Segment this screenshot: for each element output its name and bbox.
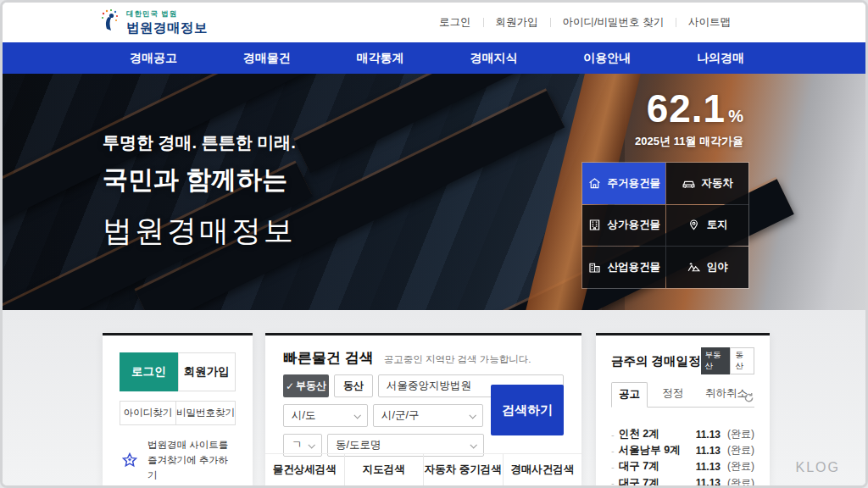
category-land[interactable]: 토지	[666, 205, 749, 247]
schedule-real-estate-toggle[interactable]: 부동산	[701, 347, 731, 374]
status-badge: (완료)	[727, 427, 754, 441]
house-icon	[587, 176, 602, 191]
search-button[interactable]: 검색하기	[491, 385, 564, 435]
signup-link[interactable]: 회원가입	[484, 15, 550, 30]
hero-site-name: 법원경매정보	[103, 211, 296, 251]
sale-rate-stat: 62.1% 2025년 11월 매각가율	[635, 89, 743, 149]
schedule-title: 금주의 경매일정	[611, 353, 701, 369]
watermark: KLOG	[796, 460, 840, 475]
detail-search-link[interactable]: 물건상세검색	[265, 454, 344, 485]
nav-user-guide[interactable]: 이용안내	[583, 51, 631, 66]
tab-correction[interactable]: 정정	[656, 382, 691, 407]
refresh-icon[interactable]	[743, 391, 754, 402]
login-link[interactable]: 로그인	[427, 15, 483, 30]
category-residential-building[interactable]: 주거용건물	[582, 163, 665, 204]
status-badge: (완료)	[727, 476, 754, 488]
real-estate-toggle[interactable]: ✓부동산	[283, 374, 329, 397]
map-search-link[interactable]: 지도검색	[344, 454, 424, 485]
quick-search-card: 빠른물건 검색 공고중인 지역만 검색 가능합니다. ✓부동산 동산 서울중앙지…	[265, 333, 581, 485]
schedule-tabs: 공고 정정 취하취소	[611, 382, 754, 408]
chevron-down-icon	[470, 441, 476, 448]
category-industrial-building[interactable]: 산업용건물	[582, 247, 665, 288]
case-search-link[interactable]: 경매사건검색	[503, 454, 582, 485]
logo-subtitle: 대한민국 법원	[126, 9, 208, 19]
schedule-row[interactable]: - 대구 7계 11.13 (완료)	[611, 475, 754, 488]
main-nav: 경매공고 경매물건 매각통계 경매지식 이용안내 나의경매	[3, 42, 865, 74]
favorite-text-line1: 법원경매 사이트를	[147, 440, 228, 450]
hero-slogan: 투명한 경매. 튼튼한 미래.	[103, 131, 296, 154]
category-grid: 주거용건물 자동차 상가용건물 토지	[581, 162, 749, 289]
chevron-down-icon	[469, 412, 476, 419]
search-quick-links: 물건상세검색 지도검색 자동차 중기검색 경매사건검색	[265, 453, 581, 485]
car-icon	[682, 176, 696, 191]
status-badge: (완료)	[727, 459, 754, 474]
sitemap-link[interactable]: 사이트맵	[676, 15, 743, 30]
nav-sale-statistics[interactable]: 매각통계	[357, 51, 404, 66]
favorite-text-line2: 즐겨찾기에 추가하기	[147, 455, 228, 480]
category-commercial-building[interactable]: 상가용건물	[582, 205, 665, 247]
sale-rate-value: 62.1	[647, 86, 726, 130]
court-logo-icon	[100, 8, 120, 37]
add-favorite-link[interactable]: 법원경매 사이트를 즐겨찾기에 추가하기	[120, 438, 236, 483]
star-plus-icon	[120, 451, 140, 471]
nav-auction-items[interactable]: 경매물건	[243, 51, 291, 66]
schedule-row[interactable]: - 서울남부 9계 11.13 (완료)	[611, 442, 754, 458]
signup-button[interactable]: 회원가입	[178, 352, 236, 391]
hero-headline: 투명한 경매. 튼튼한 미래. 국민과 함께하는 법원경매정보	[103, 131, 296, 251]
page: 대한민국 법원 법원경매정보 로그인 회원가입 아이디/비밀번호 찾기 사이트맵…	[0, 0, 868, 488]
movable-toggle[interactable]: 동산	[334, 374, 373, 397]
sido-select[interactable]: 시/도	[283, 404, 368, 427]
nav-auction-knowledge[interactable]: 경매지식	[470, 51, 517, 66]
quick-search-title: 빠른물건 검색	[283, 348, 374, 368]
dash-bullet: -	[611, 446, 615, 456]
schedule-list: - 인천 2계 11.13 (완료) - 서울남부 9계 11.13 (완료) …	[611, 426, 754, 488]
sale-rate-caption: 2025년 11월 매각가율	[635, 134, 743, 149]
hero-banner: 투명한 경매. 튼튼한 미래. 국민과 함께하는 법원경매정보 62.1% 20…	[3, 74, 865, 310]
dash-bullet: -	[611, 462, 615, 472]
tab-notice[interactable]: 공고	[611, 382, 648, 408]
category-car[interactable]: 자동차	[666, 163, 749, 204]
login-card: 로그인 회원가입 아이디찾기 비밀번호찾기 법원경매 사이트를	[103, 333, 253, 485]
category-forest[interactable]: 임야	[666, 247, 749, 288]
utility-links: 로그인 회원가입 아이디/비밀번호 찾기 사이트맵	[427, 3, 743, 42]
chevron-down-icon	[308, 441, 314, 448]
chevron-down-icon	[353, 412, 360, 419]
logo-title: 법원경매정보	[126, 19, 208, 37]
status-badge: (완료)	[727, 443, 754, 458]
dash-bullet: -	[611, 478, 615, 488]
quick-search-note: 공고중인 지역만 검색 가능합니다.	[384, 353, 531, 366]
map-pin-icon	[687, 218, 701, 232]
find-id-button[interactable]: 아이디찾기	[120, 401, 176, 425]
top-bar: 대한민국 법원 법원경매정보 로그인 회원가입 아이디/비밀번호 찾기 사이트맵	[3, 3, 865, 42]
nav-auction-notice[interactable]: 경매공고	[130, 51, 177, 66]
dash-bullet: -	[611, 430, 615, 440]
store-building-icon	[587, 218, 602, 232]
nav-my-auction[interactable]: 나의경매	[697, 51, 744, 66]
factory-icon	[587, 260, 602, 274]
schedule-row[interactable]: - 인천 2계 11.13 (완료)	[611, 426, 754, 442]
sigungu-select[interactable]: 시/군/구	[373, 404, 483, 427]
schedule-row[interactable]: - 대구 7계 11.13 (완료)	[611, 458, 754, 474]
check-icon: ✓	[286, 380, 294, 392]
find-id-pw-link[interactable]: 아이디/비밀번호 찾기	[551, 15, 676, 30]
mountains-icon	[687, 260, 701, 274]
login-button[interactable]: 로그인	[120, 352, 178, 391]
site-logo[interactable]: 대한민국 법원 법원경매정보	[100, 8, 208, 37]
auction-schedule-card: 금주의 경매일정 부동산 동산 공고 정정 취하취소 -	[596, 333, 770, 485]
hero-title-line: 국민과 함께하는	[103, 163, 296, 197]
find-password-button[interactable]: 비밀번호찾기	[176, 401, 236, 425]
car-machinery-search-link[interactable]: 자동차 중기검색	[423, 454, 503, 485]
sale-rate-unit: %	[728, 107, 743, 125]
bottom-section: 로그인 회원가입 아이디찾기 비밀번호찾기 법원경매 사이트를	[3, 310, 865, 485]
schedule-movable-toggle[interactable]: 동산	[730, 347, 754, 374]
